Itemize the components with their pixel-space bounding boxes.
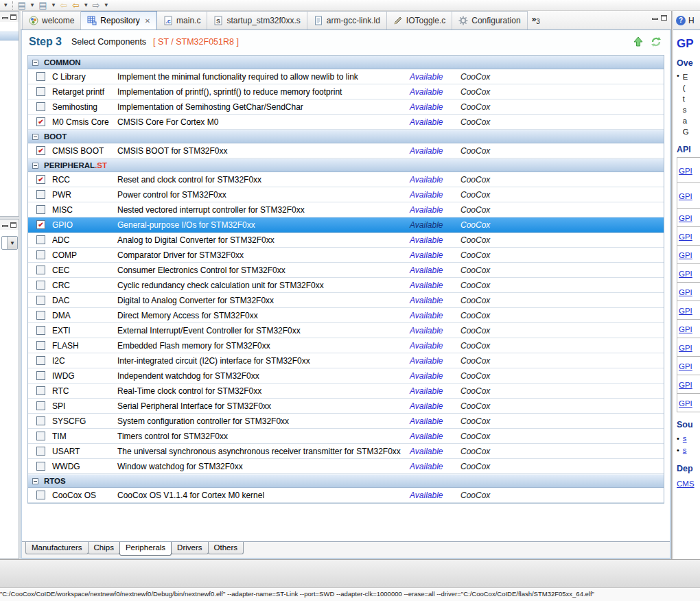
component-checkbox[interactable]: ✔: [36, 266, 45, 274]
component-checkbox[interactable]: ✔: [36, 281, 45, 290]
component-row-rcc[interactable]: ✔RCCReset and clock control for STM32F0x…: [28, 172, 664, 187]
api-link[interactable]: GPI: [679, 344, 692, 352]
component-checkbox[interactable]: ✔: [36, 432, 45, 440]
component-row-cmsis-boot[interactable]: ✔CMSIS BOOTCMSIS BOOT for STM32F0xxAvail…: [28, 143, 664, 158]
component-row-crc[interactable]: ✔CRCCyclic redundancy check calculation …: [28, 278, 664, 293]
refresh-icon[interactable]: [651, 36, 662, 47]
component-checkbox[interactable]: ✔: [36, 401, 45, 410]
forward-icon[interactable]: ⇨: [93, 1, 100, 10]
component-checkbox[interactable]: ✔: [36, 371, 45, 380]
section-header-common[interactable]: COMMON: [28, 56, 664, 69]
component-row-adc[interactable]: ✔ADCAnalog to Digital Converter for STM3…: [28, 233, 664, 248]
bottom-tab-peripherals[interactable]: Peripherals: [119, 542, 172, 556]
component-row-comp[interactable]: ✔COMPComparator Driver for STM32F0xxAvai…: [28, 248, 664, 263]
component-checkbox[interactable]: ✔: [36, 491, 45, 499]
bottom-tab-manufacturers[interactable]: Manufacturers: [25, 542, 89, 554]
api-link[interactable]: GPI: [679, 325, 692, 333]
component-checkbox[interactable]: ✔: [36, 205, 45, 214]
maximize-button[interactable]: [661, 15, 667, 21]
component-row-i2c[interactable]: ✔I2CInter-integrated circuit (I2C) inter…: [28, 353, 664, 368]
component-row-gpio[interactable]: ✔GPIOGeneral-purpose I/Os for STM32F0xxA…: [28, 217, 664, 233]
minimize-icon[interactable]: [2, 225, 8, 227]
api-link[interactable]: GPI: [679, 381, 692, 389]
collapse-icon[interactable]: [32, 163, 38, 169]
component-row-iwdg[interactable]: ✔IWDGIndependent watchdog for STM32F0xxA…: [28, 368, 664, 384]
api-link[interactable]: GPI: [679, 167, 692, 175]
component-checkbox[interactable]: ✔: [36, 341, 45, 350]
component-row-retarget-printf[interactable]: ✔Retarget printfImplementation of printf…: [28, 84, 664, 99]
collapse-icon[interactable]: [32, 134, 38, 140]
section-header-boot[interactable]: BOOT: [28, 130, 664, 143]
bottom-tab-chips[interactable]: Chips: [88, 542, 120, 554]
component-row-coocox-os[interactable]: ✔CooCox OSCooCox OS V1.1.4 for Cortex M0…: [28, 488, 664, 503]
window-icon[interactable]: ▤: [18, 1, 26, 10]
component-row-rtc[interactable]: ✔RTCReal-Time clock control for STM32F0x…: [28, 384, 664, 399]
component-row-c-library[interactable]: ✔C LibraryImplement the minimal function…: [28, 69, 664, 84]
component-checkbox[interactable]: ✔: [36, 250, 45, 259]
back-icon[interactable]: ⇦: [72, 1, 80, 10]
maximize-icon[interactable]: [10, 222, 16, 228]
component-row-dma[interactable]: ✔DMADirect Memory Access for STM32F0xxAv…: [28, 308, 664, 323]
collapse-icon[interactable]: [32, 60, 38, 66]
component-row-exti[interactable]: ✔EXTIExternal Interrupt/Event Controller…: [28, 323, 664, 338]
api-link[interactable]: GPI: [679, 251, 692, 259]
dropdown-icon[interactable]: ▾: [31, 1, 34, 10]
component-checkbox[interactable]: ✔: [36, 416, 45, 425]
chevron-down-icon[interactable]: ▼: [7, 237, 17, 249]
component-checkbox[interactable]: ✔: [36, 296, 45, 305]
dropdown-icon[interactable]: ▾: [84, 1, 88, 10]
component-checkbox[interactable]: ✔: [36, 102, 45, 111]
api-link[interactable]: GPI: [679, 233, 692, 241]
api-link[interactable]: GPI: [679, 288, 692, 296]
editor-tab-repository[interactable]: Repository✕: [81, 11, 157, 30]
component-checkbox[interactable]: ✔: [36, 311, 45, 320]
api-link[interactable]: GPI: [679, 307, 692, 315]
component-checkbox[interactable]: ✔: [36, 146, 45, 155]
component-checkbox[interactable]: ✔: [36, 190, 45, 199]
component-row-spi[interactable]: ✔SPISerial Peripheral Interface for STM3…: [28, 399, 664, 414]
api-link[interactable]: GPI: [679, 399, 692, 408]
component-checkbox[interactable]: ✔: [36, 386, 45, 395]
component-row-flash[interactable]: ✔FLASHEmbedded Flash memory for STM32F0x…: [28, 338, 664, 353]
component-row-tim[interactable]: ✔TIMTimers control for STM32F0xxAvailabl…: [28, 429, 664, 444]
section-header-peripheral[interactable]: PERIPHERAL.ST: [28, 158, 664, 172]
component-checkbox[interactable]: ✔: [36, 235, 45, 244]
collapse-icon[interactable]: [32, 478, 38, 484]
source-link[interactable]: s: [683, 433, 687, 445]
component-row-dac[interactable]: ✔DACDigital to Analog Converter for STM3…: [28, 293, 664, 308]
component-row-semihosting[interactable]: ✔SemihostingImplementation of Semihostin…: [28, 99, 664, 115]
component-row-syscfg[interactable]: ✔SYSCFGSystem configuration controller f…: [28, 414, 664, 429]
editor-tab-arm-gcc-link-ld[interactable]: arm-gcc-link.ld: [307, 11, 387, 30]
api-link[interactable]: GPI: [679, 362, 692, 370]
component-checkbox[interactable]: ✔: [36, 72, 45, 81]
dependence-link[interactable]: CMS: [677, 480, 695, 488]
bottom-tab-others[interactable]: Others: [208, 542, 244, 554]
api-link[interactable]: GPI: [679, 214, 692, 222]
help-tab[interactable]: ? H: [673, 11, 700, 30]
component-checkbox[interactable]: ✔: [36, 220, 45, 229]
component-checkbox[interactable]: ✔: [36, 87, 45, 96]
component-checkbox[interactable]: ✔: [36, 326, 45, 335]
tab-overflow-chevron[interactable]: »3: [532, 14, 540, 25]
minimize-button[interactable]: [652, 18, 658, 20]
editor-tab-main-c[interactable]: .cmain.c: [157, 11, 207, 30]
component-row-usart[interactable]: ✔USARTThe universal synchronous asynchro…: [28, 444, 664, 459]
component-checkbox[interactable]: ✔: [36, 447, 45, 456]
maximize-icon[interactable]: [10, 14, 16, 20]
minimize-icon[interactable]: [2, 17, 8, 19]
close-icon[interactable]: ✕: [145, 17, 150, 25]
api-link[interactable]: GPI: [679, 192, 692, 200]
dropdown-icon[interactable]: ▾: [104, 1, 108, 10]
editor-tab-welcome[interactable]: welcome: [22, 11, 81, 30]
component-row-pwr[interactable]: ✔PWRPower control for STM32F0xxAvailable…: [28, 187, 664, 202]
editor-tab-iotoggle-c[interactable]: IOToggle.c: [387, 11, 452, 30]
source-link[interactable]: s: [683, 445, 687, 456]
dropdown-icon[interactable]: ▾: [52, 1, 56, 10]
editor-tab-configuration[interactable]: Configuration: [452, 11, 527, 30]
editor-tab-startup-stm32f0xx-s[interactable]: Sstartup_stm32f0xx.s: [207, 11, 307, 30]
component-row-m0-cmsis-core[interactable]: ✔M0 Cmsis CoreCMSIS Core For Cortex M0Av…: [28, 115, 664, 130]
component-row-cec[interactable]: ✔CECConsumer Electronics Control for STM…: [28, 263, 664, 278]
api-link[interactable]: GPI: [679, 270, 692, 278]
component-checkbox[interactable]: ✔: [36, 462, 45, 471]
component-checkbox[interactable]: ✔: [36, 356, 45, 365]
